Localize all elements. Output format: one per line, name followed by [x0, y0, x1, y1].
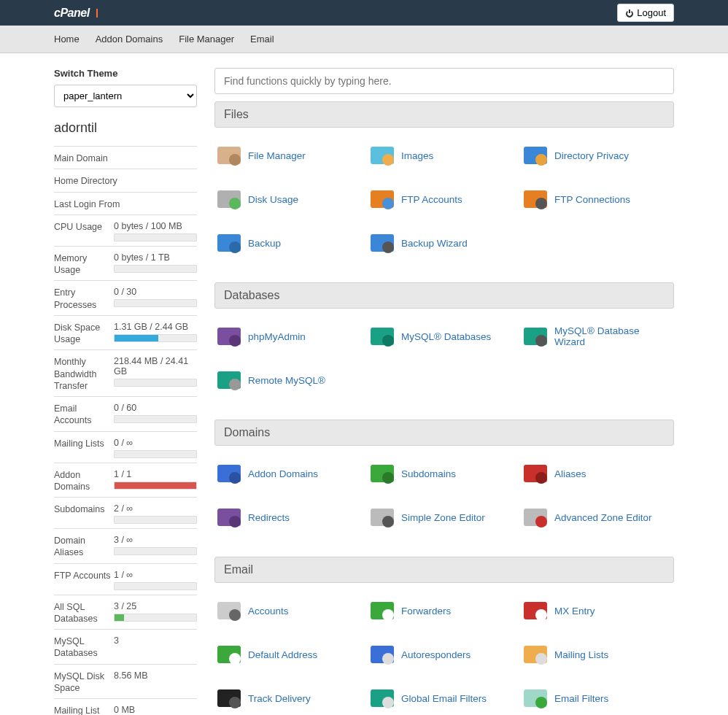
progress-bar: [114, 334, 197, 342]
stat-memory-usage: Memory Usage0 bytes / 1 TB: [54, 246, 197, 281]
section-header[interactable]: Databases: [214, 282, 674, 309]
app-item-label[interactable]: Remote MySQL®: [248, 375, 325, 386]
app-item-label[interactable]: Autoresponders: [401, 649, 471, 660]
app-item-label[interactable]: Advanced Zone Editor: [554, 512, 652, 523]
app-item-label[interactable]: Accounts: [248, 606, 289, 617]
progress-bar: [114, 450, 197, 458]
stat-mailing-list-disk-space: Mailing List Disk Space0 MB: [54, 698, 197, 715]
app-item-label[interactable]: Directory Privacy: [554, 150, 629, 161]
app-item-label[interactable]: Addon Domains: [248, 468, 318, 479]
section-header[interactable]: Email: [214, 557, 674, 583]
app-item-label[interactable]: Images: [401, 150, 433, 161]
svg-point-41: [382, 609, 394, 621]
subdomains-icon: [369, 460, 395, 487]
app-item-images[interactable]: Images: [368, 138, 521, 173]
app-item-label[interactable]: Email Filters: [554, 693, 608, 704]
app-item-ftp-connections[interactable]: FTP Connections: [521, 182, 674, 217]
switch-theme-heading: Switch Theme: [54, 68, 197, 79]
svg-point-47: [382, 653, 394, 665]
brand-logo[interactable]: cPanel: [54, 7, 107, 20]
app-item-default-address[interactable]: Default Address: [214, 637, 368, 672]
stat-home-directory: Home Directory: [54, 169, 197, 191]
nav-link-addon-domains[interactable]: Addon Domains: [96, 34, 163, 45]
nav-link-home[interactable]: Home: [54, 34, 80, 45]
theme-select[interactable]: paper_lantern: [54, 85, 197, 107]
advanced-zone-icon: [522, 504, 549, 530]
app-item-subdomains[interactable]: Subdomains: [368, 456, 521, 491]
app-item-mailing-lists[interactable]: Mailing Lists: [521, 637, 674, 672]
svg-point-27: [229, 472, 241, 484]
svg-point-35: [382, 516, 394, 527]
app-item-label[interactable]: Global Email Filters: [401, 693, 487, 704]
app-item-redirects[interactable]: Redirects: [214, 500, 368, 535]
app-item-ftp-accounts[interactable]: FTP Accounts: [368, 182, 521, 217]
app-item-label[interactable]: Mailing Lists: [554, 649, 608, 660]
app-item-aliases[interactable]: Aliases: [521, 456, 674, 491]
stat-label: Entry Processes: [54, 287, 114, 311]
default-address-icon: [216, 641, 242, 668]
svg-point-7: [535, 154, 547, 166]
section-header[interactable]: Files: [214, 101, 674, 128]
app-item-label[interactable]: phpMyAdmin: [248, 331, 306, 342]
stat-label: Last Login From: [54, 198, 197, 210]
app-item-label[interactable]: Track Delivery: [248, 693, 311, 704]
addon-domains-icon: [216, 460, 242, 487]
app-item-directory-privacy[interactable]: Directory Privacy: [521, 138, 674, 173]
section-header[interactable]: Domains: [214, 420, 674, 446]
stat-value: 218.44 MB / 24.41 GB: [114, 356, 197, 376]
svg-point-53: [382, 697, 394, 708]
app-item-label[interactable]: Aliases: [554, 468, 586, 479]
backup-wizard-icon: [369, 230, 395, 256]
app-item-addon-domains[interactable]: Addon Domains: [214, 456, 368, 491]
app-item-mysql-databases[interactable]: MySQL® Databases: [368, 319, 521, 354]
app-item-phpmyadmin[interactable]: phpMyAdmin: [214, 319, 368, 354]
app-item-disk-usage[interactable]: Disk Usage: [214, 182, 368, 217]
app-item-forwarders[interactable]: Forwarders: [368, 593, 521, 628]
nav-link-email[interactable]: Email: [250, 34, 274, 45]
search-input[interactable]: [214, 68, 674, 94]
app-item-label[interactable]: Disk Usage: [248, 194, 298, 205]
svg-point-33: [229, 516, 241, 527]
app-item-label[interactable]: Simple Zone Editor: [401, 512, 485, 523]
stat-value: 1 / 1: [114, 469, 197, 479]
app-item-label[interactable]: FTP Connections: [554, 194, 630, 205]
svg-point-49: [535, 653, 547, 665]
progress-fill: [115, 335, 158, 341]
app-item-simple-zone-editor[interactable]: Simple Zone Editor: [368, 500, 521, 535]
app-item-label[interactable]: MySQL® Database Wizard: [554, 325, 673, 347]
app-item-label[interactable]: Default Address: [248, 649, 317, 660]
app-item-label[interactable]: MX Entry: [554, 606, 595, 617]
app-item-backup-wizard[interactable]: Backup Wizard: [368, 225, 521, 260]
account-name: adorntil: [54, 120, 197, 137]
stat-main-domain: Main Domain: [54, 146, 197, 169]
app-item-label[interactable]: File Manager: [248, 150, 306, 161]
nav-link-file-manager[interactable]: File Manager: [179, 34, 234, 45]
app-item-label[interactable]: Subdomains: [401, 468, 456, 479]
app-item-track-delivery[interactable]: Track Delivery: [214, 681, 368, 715]
app-item-advanced-zone-editor[interactable]: Advanced Zone Editor: [521, 500, 674, 535]
section-body: File ManagerImagesDirectory PrivacyDisk …: [214, 128, 674, 272]
app-item-mx-entry[interactable]: MX Entry: [521, 593, 674, 628]
app-item-label[interactable]: Backup Wizard: [401, 238, 468, 249]
app-item-email-filters[interactable]: Email Filters: [521, 681, 674, 715]
app-item-mysql-database-wizard[interactable]: MySQL® Database Wizard: [521, 319, 674, 354]
logout-label: Logout: [637, 7, 666, 18]
stat-value: 3: [114, 635, 197, 646]
app-item-label[interactable]: MySQL® Databases: [401, 331, 491, 342]
app-item-label[interactable]: Backup: [248, 238, 281, 249]
app-item-backup[interactable]: Backup: [214, 225, 368, 260]
app-item-accounts[interactable]: Accounts: [214, 593, 368, 628]
app-item-remote-mysql-[interactable]: Remote MySQL®: [214, 363, 368, 398]
app-item-label[interactable]: Forwarders: [401, 606, 451, 617]
main-content: FilesFile ManagerImagesDirectory Privacy…: [214, 68, 674, 715]
stat-value: 0 MB: [114, 705, 197, 715]
app-item-file-manager[interactable]: File Manager: [214, 138, 368, 173]
app-item-label[interactable]: FTP Accounts: [401, 194, 462, 205]
email-accounts-icon: [216, 598, 242, 624]
app-item-label[interactable]: Redirects: [248, 512, 290, 523]
app-item-autoresponders[interactable]: Autoresponders: [368, 637, 521, 672]
logout-button[interactable]: Logout: [617, 4, 674, 22]
app-item-global-email-filters[interactable]: Global Email Filters: [368, 681, 521, 715]
progress-bar: [114, 582, 197, 590]
stat-value: 3 / ∞: [114, 535, 197, 545]
